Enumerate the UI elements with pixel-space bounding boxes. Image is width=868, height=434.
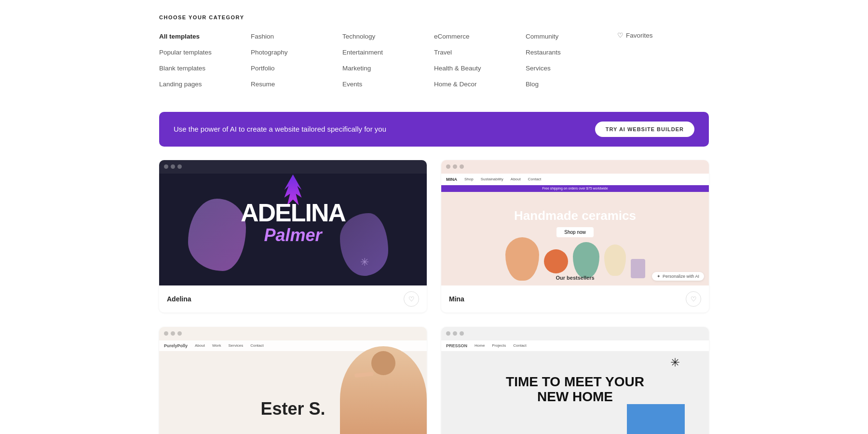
cat-technology[interactable]: Technology bbox=[342, 29, 434, 45]
cat-resume[interactable]: Resume bbox=[251, 77, 342, 93]
cat-entertainment[interactable]: Entertainment bbox=[342, 45, 434, 61]
category-nav: All templates Popular templates Blank te… bbox=[159, 29, 709, 93]
ester-nav-item: About bbox=[195, 343, 205, 348]
mina-cylinder bbox=[631, 259, 645, 278]
cat-services[interactable]: Services bbox=[526, 61, 617, 77]
cat-marketing[interactable]: Marketing bbox=[342, 61, 434, 77]
cat-restaurants[interactable]: Restaurants bbox=[526, 45, 617, 61]
category-col-1: All templates Popular templates Blank te… bbox=[159, 29, 251, 93]
cat-portfolio[interactable]: Portfolio bbox=[251, 61, 342, 77]
mina-personalize-badge[interactable]: ✦ Personalize with AI bbox=[652, 272, 704, 281]
template-card-ester[interactable]: PurelyPolly About Work Services Contact … bbox=[159, 327, 427, 434]
ester-person-image bbox=[340, 346, 427, 434]
ester-nav-item4: Contact bbox=[250, 343, 264, 348]
ester-nav-item3: Services bbox=[228, 343, 243, 348]
template-preview-presson: PRESSON Home Projects Contact ✳ TIME TO … bbox=[441, 327, 709, 434]
cat-community[interactable]: Community bbox=[526, 29, 617, 45]
try-ai-builder-button[interactable]: TRY AI WEBSITE BUILDER bbox=[595, 122, 694, 137]
mina-vase-1 bbox=[505, 237, 539, 281]
cat-landing-pages[interactable]: Landing pages bbox=[159, 77, 251, 93]
presson-content: PRESSON Home Projects Contact ✳ TIME TO … bbox=[441, 327, 709, 434]
presson-nav-bar: PRESSON Home Projects Contact bbox=[441, 340, 709, 351]
ai-banner: Use the power of AI to create a website … bbox=[159, 112, 709, 147]
mina-preview-inner: MINA Shop Sustainability About Contact F… bbox=[441, 160, 709, 285]
mina-vase-2 bbox=[573, 242, 599, 278]
sparkle-icon: ✦ bbox=[657, 274, 661, 279]
category-col-favorites: ♡ Favorites bbox=[617, 29, 709, 93]
template-card-presson[interactable]: PRESSON Home Projects Contact ✳ TIME TO … bbox=[441, 327, 709, 434]
presson-nav-item2: Projects bbox=[492, 343, 506, 348]
ester-content: PurelyPolly About Work Services Contact … bbox=[159, 327, 427, 434]
adelina-main-title: ADELINA bbox=[241, 200, 345, 225]
presson-star-icon: ✳ bbox=[670, 356, 680, 369]
adelina-name: Adelina bbox=[167, 295, 191, 303]
category-section: CHOOSE YOUR CATEGORY All templates Popul… bbox=[0, 0, 868, 102]
ester-main-title: Ester S. bbox=[260, 399, 325, 419]
mina-bestsellers-label: Our bestsellers bbox=[556, 275, 594, 281]
cat-events[interactable]: Events bbox=[342, 77, 434, 93]
mina-favorite-button[interactable]: ♡ bbox=[686, 291, 701, 307]
mina-text-content: Handmade ceramics Shop now bbox=[514, 208, 636, 237]
template-preview-mina: MINA Shop Sustainability About Contact F… bbox=[441, 160, 709, 285]
adelina-footer: Adelina ♡ bbox=[159, 285, 427, 312]
presson-nav-item3: Contact bbox=[513, 343, 527, 348]
cat-all-templates[interactable]: All templates bbox=[159, 29, 251, 45]
presson-blue-box bbox=[627, 404, 685, 434]
template-preview-adelina: ADELINA Palmer ✳ bbox=[159, 160, 427, 285]
ai-banner-text: Use the power of AI to create a website … bbox=[174, 125, 386, 133]
cat-photography[interactable]: Photography bbox=[251, 45, 342, 61]
template-card-adelina[interactable]: ADELINA Palmer ✳ Adelina ♡ bbox=[159, 160, 427, 312]
mina-shop-button[interactable]: Shop now bbox=[556, 227, 593, 237]
cat-blog[interactable]: Blog bbox=[526, 77, 617, 93]
mina-footer: Mina ♡ bbox=[441, 285, 709, 312]
adelina-preview-inner: ADELINA Palmer ✳ bbox=[159, 160, 427, 285]
choose-category-label: CHOOSE YOUR CATEGORY bbox=[159, 14, 709, 20]
cat-fashion[interactable]: Fashion bbox=[251, 29, 342, 45]
presson-nav-item1: Home bbox=[475, 343, 485, 348]
mina-name: Mina bbox=[449, 295, 464, 303]
adelina-favorite-button[interactable]: ♡ bbox=[404, 291, 419, 307]
cat-travel[interactable]: Travel bbox=[434, 45, 526, 61]
template-card-mina[interactable]: MINA Shop Sustainability About Contact F… bbox=[441, 160, 709, 312]
templates-grid: ADELINA Palmer ✳ Adelina ♡ bbox=[0, 160, 868, 434]
adelina-text-content: ADELINA Palmer bbox=[236, 195, 350, 250]
mina-main-title: Handmade ceramics bbox=[514, 208, 636, 223]
cat-blank-templates[interactable]: Blank templates bbox=[159, 61, 251, 77]
cat-ecommerce[interactable]: eCommerce bbox=[434, 29, 526, 45]
category-col-4: eCommerce Travel Health & Beauty Home & … bbox=[434, 29, 526, 93]
presson-main-title: TIME TO MEET YOURNEW HOME bbox=[506, 375, 644, 405]
adelina-sub-title: Palmer bbox=[241, 225, 345, 245]
cat-popular-templates[interactable]: Popular templates bbox=[159, 45, 251, 61]
category-col-3: Technology Entertainment Marketing Event… bbox=[342, 29, 434, 93]
mina-sphere bbox=[544, 249, 568, 273]
heart-icon: ♡ bbox=[617, 31, 624, 39]
mina-vase-3 bbox=[604, 244, 626, 276]
cat-health-beauty[interactable]: Health & Beauty bbox=[434, 61, 526, 77]
cat-favorites[interactable]: ♡ Favorites bbox=[617, 29, 709, 41]
presson-logo: PRESSON bbox=[446, 343, 467, 348]
cat-home-decor[interactable]: Home & Decor bbox=[434, 77, 526, 93]
template-preview-ester: PurelyPolly About Work Services Contact … bbox=[159, 327, 427, 434]
page-wrapper: CHOOSE YOUR CATEGORY All templates Popul… bbox=[0, 0, 868, 434]
category-col-5: Community Restaurants Services Blog bbox=[526, 29, 617, 93]
category-col-2: Fashion Photography Portfolio Resume bbox=[251, 29, 342, 93]
ester-nav-item2: Work bbox=[212, 343, 221, 348]
ester-logo: PurelyPolly bbox=[164, 343, 188, 348]
